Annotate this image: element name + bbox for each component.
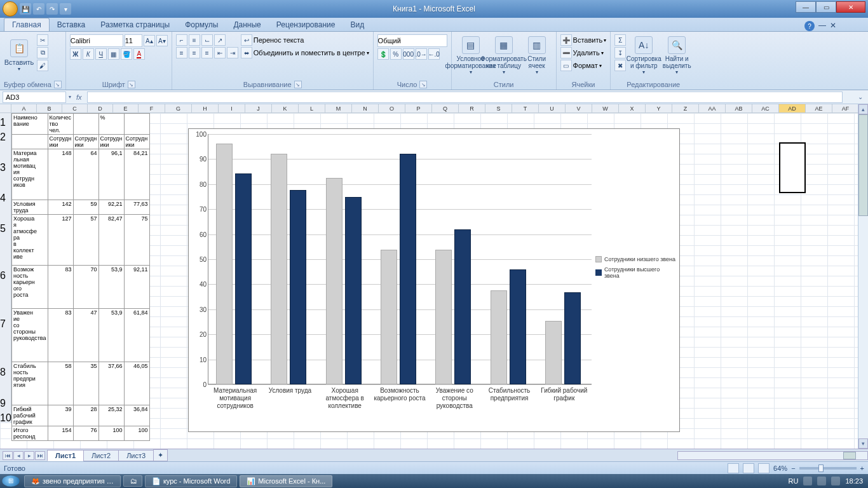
col-header-W[interactable]: W bbox=[592, 104, 619, 112]
sheet-nav-next[interactable]: ▸ bbox=[24, 451, 34, 460]
clipboard-launcher[interactable]: ↘ bbox=[54, 81, 62, 88]
tab-insert[interactable]: Вставка bbox=[50, 18, 93, 31]
col-header-H[interactable]: H bbox=[192, 104, 219, 112]
paste-button[interactable]: 📋 Вставить ▾ bbox=[4, 34, 34, 76]
row-header-8[interactable]: 8 bbox=[0, 351, 11, 394]
cell[interactable]: 53,9 bbox=[98, 309, 124, 362]
col-header-K[interactable]: K bbox=[272, 104, 299, 112]
taskbar-item-word[interactable]: 📄курс - Microsoft Word bbox=[145, 475, 237, 487]
chart-bar[interactable] bbox=[345, 197, 362, 385]
wrap-text-button[interactable]: ↩ Перенос текста bbox=[241, 34, 369, 46]
qat-redo[interactable]: ↷ bbox=[46, 3, 58, 15]
tray-icon-1[interactable] bbox=[803, 477, 812, 485]
borders-icon[interactable]: ▦ bbox=[108, 48, 119, 60]
col-header-AE[interactable]: AE bbox=[806, 104, 832, 112]
cell[interactable]: Условиятруда bbox=[12, 200, 48, 215]
italic-button[interactable]: К bbox=[83, 48, 94, 60]
cell[interactable]: Гибкийрабочийграфик bbox=[12, 405, 48, 426]
cell[interactable]: 28 bbox=[73, 405, 98, 426]
row-header-9[interactable]: 9 bbox=[0, 394, 11, 413]
cell[interactable]: Сотрудники bbox=[124, 135, 149, 149]
minimize-button[interactable]: — bbox=[796, 1, 816, 13]
sort-filter-button[interactable]: A↓Сортировка и фильтр▾ bbox=[628, 34, 659, 76]
cell[interactable]: Количествочел. bbox=[48, 114, 73, 135]
col-header-R[interactable]: R bbox=[459, 104, 485, 112]
formula-bar-expand-icon[interactable]: ⌄ bbox=[855, 92, 865, 102]
col-header-E[interactable]: E bbox=[113, 104, 139, 112]
cell[interactable]: 47 bbox=[73, 309, 98, 362]
hscroll-thumb[interactable] bbox=[843, 452, 856, 459]
cell[interactable]: 39 bbox=[48, 405, 73, 426]
clear-icon[interactable]: ✖ bbox=[614, 60, 626, 71]
col-header-V[interactable]: V bbox=[566, 104, 592, 112]
tab-page-layout[interactable]: Разметка страницы bbox=[93, 18, 177, 31]
view-pagebreak-icon[interactable] bbox=[758, 463, 770, 473]
cell[interactable]: Стабильностьпредприятия bbox=[12, 362, 48, 405]
tab-view[interactable]: Вид bbox=[342, 18, 372, 31]
align-left-icon[interactable]: ≡ bbox=[176, 47, 187, 58]
qat-customize[interactable]: ▾ bbox=[60, 3, 71, 15]
cell[interactable]: % bbox=[98, 114, 124, 135]
cell[interactable]: 57 bbox=[73, 215, 98, 266]
delete-button[interactable]: ➖Удалить▾ bbox=[560, 47, 607, 58]
zoom-slider-thumb[interactable] bbox=[818, 464, 824, 472]
zoom-slider[interactable] bbox=[799, 467, 857, 470]
sheet-tab-2[interactable]: Лист2 bbox=[83, 450, 119, 461]
chart-bar[interactable] bbox=[491, 290, 507, 384]
vscroll-thumb[interactable] bbox=[858, 114, 868, 216]
col-header-N[interactable]: N bbox=[352, 104, 379, 112]
chart-bar[interactable] bbox=[235, 173, 252, 384]
sheet-nav-last[interactable]: ⏭ bbox=[35, 451, 45, 460]
chart-bar[interactable] bbox=[326, 178, 342, 384]
taskbar-item-explorer[interactable]: 🗂 bbox=[123, 475, 142, 487]
cell[interactable]: 77,63 bbox=[124, 200, 149, 215]
cell[interactable]: Сотрудники bbox=[73, 135, 98, 149]
cell[interactable]: Наименование bbox=[12, 114, 48, 135]
col-header-AF[interactable]: AF bbox=[832, 104, 859, 112]
chart-bar[interactable] bbox=[564, 292, 581, 384]
col-header-AC[interactable]: AC bbox=[752, 104, 779, 112]
scroll-down-icon[interactable]: ▾ bbox=[858, 438, 868, 449]
cell[interactable]: 92,21 bbox=[98, 200, 124, 215]
chart-bar[interactable] bbox=[271, 154, 287, 384]
underline-button[interactable]: Ч bbox=[95, 48, 107, 60]
col-header-AB[interactable]: AB bbox=[726, 104, 752, 112]
close-button[interactable]: ✕ bbox=[836, 1, 865, 13]
fill-icon[interactable]: ↧ bbox=[614, 47, 626, 58]
tray-icon-2[interactable] bbox=[817, 477, 826, 485]
cell[interactable] bbox=[73, 114, 98, 135]
chart-bar[interactable] bbox=[435, 250, 452, 384]
cell[interactable]: 154 bbox=[48, 426, 73, 441]
sheet-nav-first[interactable]: ⏮ bbox=[3, 451, 13, 460]
tab-review[interactable]: Рецензирование bbox=[269, 18, 343, 31]
percent-icon[interactable]: % bbox=[390, 48, 402, 60]
row-header-2[interactable]: 2 bbox=[0, 132, 11, 142]
col-header-AA[interactable]: AA bbox=[699, 104, 726, 112]
sheet-tab-3[interactable]: Лист3 bbox=[118, 450, 154, 461]
chart-bar[interactable] bbox=[400, 154, 416, 384]
increase-decimal-icon[interactable]: .0→ bbox=[416, 48, 427, 60]
col-header-U[interactable]: U bbox=[539, 104, 566, 112]
col-header-AD[interactable]: AD bbox=[779, 104, 806, 112]
format-painter-icon[interactable]: 🖌 bbox=[37, 60, 48, 71]
qat-undo[interactable]: ↶ bbox=[33, 3, 44, 15]
row-header-10[interactable]: 10 bbox=[0, 413, 11, 423]
insert-button[interactable]: ➕Вставить▾ bbox=[560, 34, 607, 46]
alignment-launcher[interactable]: ↘ bbox=[294, 81, 302, 88]
sheet-tab-1[interactable]: Лист1 bbox=[47, 450, 84, 461]
increase-indent-icon[interactable]: ⇥ bbox=[227, 47, 238, 58]
cell[interactable]: 100 bbox=[124, 426, 149, 441]
cell[interactable]: 148 bbox=[48, 149, 73, 200]
row-header-1[interactable]: 1 bbox=[0, 113, 11, 132]
maximize-button[interactable]: ▭ bbox=[816, 1, 836, 13]
autosum-icon[interactable]: Σ bbox=[614, 34, 626, 46]
decrease-indent-icon[interactable]: ⇤ bbox=[214, 47, 226, 58]
paste-dropdown-icon[interactable]: ▾ bbox=[18, 66, 20, 72]
chart-bar[interactable] bbox=[216, 144, 233, 384]
cell[interactable]: 59 bbox=[73, 200, 98, 215]
cell[interactable]: 61,84 bbox=[124, 309, 149, 362]
tab-formulas[interactable]: Формулы bbox=[177, 18, 226, 31]
align-bottom-icon[interactable]: ⌙ bbox=[201, 34, 213, 46]
col-header-F[interactable]: F bbox=[139, 104, 165, 112]
number-format-select[interactable] bbox=[377, 34, 447, 47]
